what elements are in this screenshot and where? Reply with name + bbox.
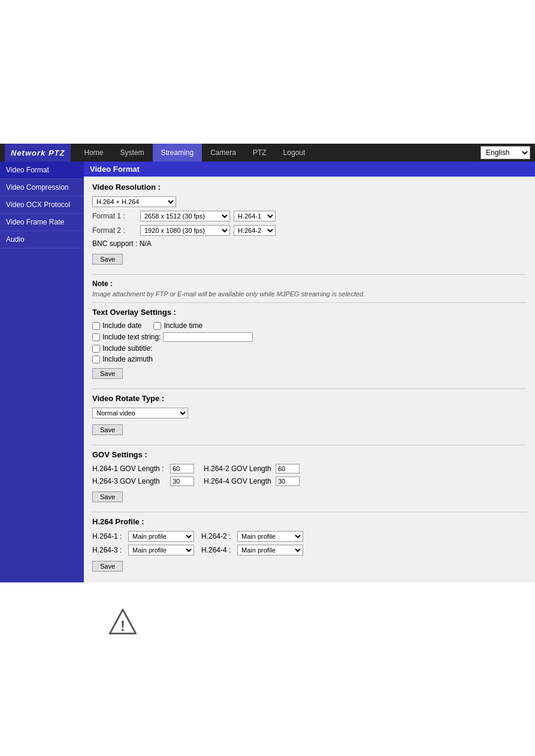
profile-row-1: H.264-1 : Main profile High profile Base…	[92, 531, 527, 542]
include-azimuth-checkbox[interactable]	[92, 356, 100, 363]
format1-resolution-select[interactable]: 2658 x 1512 (30 fps) 1920 x 1080 (30 fps…	[140, 211, 230, 221]
content-area: Video Format Video Resolution : H.264 + …	[84, 162, 535, 582]
video-resolution-title: Video Resolution :	[92, 183, 527, 192]
include-time-label: Include time	[153, 321, 202, 330]
sidebar-item-video-ocx-protocol[interactable]: Video OCX Protocol	[0, 196, 84, 214]
include-date-label: Include date	[92, 321, 141, 330]
format1-row: Format 1 : 2658 x 1512 (30 fps) 1920 x 1…	[92, 211, 527, 221]
format2-resolution-select[interactable]: 2658 x 1512 (30 fps) 1920 x 1080 (30 fps…	[140, 225, 230, 236]
brand: Network PTZ	[5, 144, 71, 162]
bnc-support-text: BNC support : N/A	[92, 239, 152, 248]
svg-text:!: !	[120, 618, 125, 634]
content-body: Video Resolution : H.264 + H.264 H.264 +…	[84, 177, 535, 582]
h264-2-gov-input[interactable]	[276, 464, 300, 473]
nav-logout[interactable]: Logout	[275, 144, 314, 162]
h264-1-gov-input[interactable]	[170, 464, 194, 473]
video-rotate-select[interactable]: Normal video Flip Mirror 180 degrees	[92, 408, 188, 418]
include-subtitle-label: Include subtitle:	[92, 344, 152, 353]
include-text-string-checkbox[interactable]	[92, 333, 100, 341]
nav-streaming[interactable]: Streaming	[153, 144, 202, 162]
nav-system[interactable]: System	[111, 144, 152, 162]
video-rotate-title: Video Rotate Type :	[92, 394, 527, 403]
h264-4-gov-input[interactable]	[276, 476, 300, 486]
note-title: Note :	[92, 280, 527, 288]
text-string-input[interactable]	[163, 332, 253, 342]
h264-4-profile-label: H.264-4 :	[201, 546, 237, 554]
include-text-string-row: Include text string:	[92, 332, 527, 342]
format1-label: Format 1 :	[92, 212, 140, 220]
h264-3-gov-input[interactable]	[170, 476, 194, 486]
nav-home[interactable]: Home	[75, 144, 111, 162]
include-azimuth-text: Include azimuth	[102, 355, 153, 363]
h264-3-profile-select[interactable]: Main profile High profile Baseline profi…	[128, 545, 194, 555]
note-section: Note : Image attachment by FTP or E-mail…	[92, 280, 527, 297]
format1-codec-select[interactable]: H.264-1 H.264-2 H.264-3 H.264-4	[234, 211, 276, 221]
save-button-4[interactable]: Save	[92, 491, 123, 502]
h264-1-gov-label: H.264-1 GOV Length :	[92, 464, 170, 473]
divider-2	[92, 302, 527, 303]
h264-4-gov-label: H.264-4 GOV Length	[204, 477, 276, 485]
include-date-checkbox[interactable]	[92, 322, 100, 330]
text-overlay-title: Text Overlay Settings :	[92, 308, 527, 317]
bnc-support-row: BNC support : N/A	[92, 239, 527, 248]
brand-name: Network PTZ	[11, 148, 65, 157]
include-text-string-text: Include text string:	[102, 333, 161, 341]
language-selector-wrapper: English Chinese Japanese	[480, 146, 530, 159]
navbar: Network PTZ Home System Streaming Camera…	[0, 144, 535, 162]
h264-2-profile-label: H.264-2 :	[201, 532, 237, 541]
include-time-text: Include time	[164, 321, 202, 330]
include-azimuth-label: Include azimuth	[92, 355, 153, 363]
language-select[interactable]: English Chinese Japanese	[480, 146, 530, 159]
h264-3-profile-label: H.264-3 :	[92, 546, 128, 554]
h264-2-gov-label: H.264-2 GOV Length	[204, 464, 276, 473]
divider-1	[92, 274, 527, 275]
format2-codec-select[interactable]: H.264-1 H.264-2 H.264-3 H.264-4	[234, 225, 276, 236]
h264-profile-title: H.264 Profile :	[92, 517, 527, 526]
h264-1-profile-select[interactable]: Main profile High profile Baseline profi…	[128, 531, 194, 542]
warning-triangle-icon: !	[108, 606, 138, 636]
format2-row: Format 2 : 2658 x 1512 (30 fps) 1920 x 1…	[92, 225, 527, 236]
divider-3	[92, 388, 527, 389]
sidebar: Video Format Video Compression Video OCX…	[0, 162, 84, 582]
sidebar-item-video-frame-rate[interactable]: Video Frame Rate	[0, 214, 84, 231]
divider-5	[92, 512, 527, 512]
video-resolution-row: H.264 + H.264 H.264 + MJPEG MJPEG + MJPE…	[92, 196, 527, 207]
h264-4-profile-select[interactable]: Main profile High profile Baseline profi…	[237, 545, 303, 555]
save-button-3[interactable]: Save	[92, 424, 123, 435]
h264-1-profile-label: H.264-1 :	[92, 532, 128, 541]
main-layout: Video Format Video Compression Video OCX…	[0, 162, 535, 582]
note-text: Image attachment by FTP or E-mail will b…	[92, 290, 527, 297]
divider-4	[92, 445, 527, 445]
h264-2-profile-select[interactable]: Main profile High profile Baseline profi…	[237, 531, 303, 542]
profile-row-2: H.264-3 : Main profile High profile Base…	[92, 545, 527, 555]
include-subtitle-text: Include subtitle:	[102, 344, 152, 353]
include-subtitle-row: Include subtitle:	[92, 344, 527, 353]
include-date-row: Include date Include time	[92, 321, 527, 330]
content-header: Video Format	[84, 162, 535, 177]
h264-3-gov-label: H.264-3 GOV Length	[92, 477, 170, 485]
save-button-1[interactable]: Save	[92, 254, 123, 265]
nav-camera[interactable]: Camera	[202, 144, 244, 162]
text-overlay-section: Text Overlay Settings : Include date Inc…	[92, 308, 527, 384]
include-text-string-label: Include text string:	[92, 333, 161, 341]
gov-row-2: H.264-3 GOV Length H.264-4 GOV Length	[92, 476, 527, 486]
video-resolution-select[interactable]: H.264 + H.264 H.264 + MJPEG MJPEG + MJPE…	[92, 196, 176, 207]
nav-ptz[interactable]: PTZ	[244, 144, 275, 162]
include-time-checkbox[interactable]	[153, 322, 161, 330]
sidebar-item-audio[interactable]: Audio	[0, 231, 84, 248]
format2-label: Format 2 :	[92, 226, 140, 235]
nav-items: Home System Streaming Camera PTZ Logout	[75, 144, 480, 162]
gov-settings-title: GOV Settings :	[92, 450, 527, 459]
save-button-5[interactable]: Save	[92, 561, 123, 572]
video-rotate-row: Normal video Flip Mirror 180 degrees	[92, 408, 527, 418]
gov-row-1: H.264-1 GOV Length : H.264-2 GOV Length	[92, 464, 527, 473]
include-azimuth-row: Include azimuth	[92, 355, 527, 363]
save-button-2[interactable]: Save	[92, 368, 123, 379]
include-subtitle-checkbox[interactable]	[92, 345, 100, 353]
sidebar-item-video-compression[interactable]: Video Compression	[0, 179, 84, 196]
sidebar-item-video-format[interactable]: Video Format	[0, 162, 84, 179]
warning-section: !	[0, 582, 535, 650]
include-date-text: Include date	[102, 321, 141, 330]
